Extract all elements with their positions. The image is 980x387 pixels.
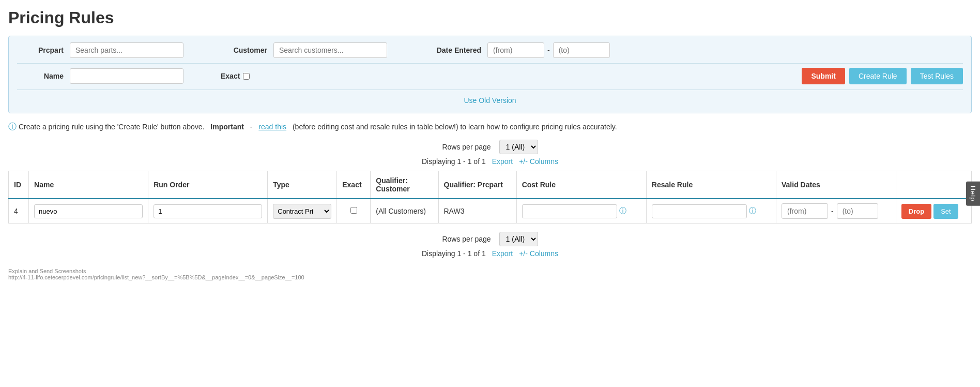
help-sidebar[interactable]: Help — [966, 182, 980, 206]
exact-label: Exact — [221, 72, 240, 80]
cell-qualifier-customer: (All Customers) — [371, 199, 438, 224]
table-header: ID Name Run Order Type Exact Qualifier:C… — [9, 171, 972, 199]
resale-rule-info-icon: ⓘ — [749, 206, 756, 216]
explain-link[interactable]: Explain and Send Screenshots — [8, 268, 972, 274]
cell-exact — [337, 199, 371, 224]
info-icon: ⓘ — [8, 122, 17, 132]
name-field[interactable] — [34, 204, 143, 218]
footer-url: http://4-11-lifo.cetecerpdevel.com/prici… — [8, 274, 972, 280]
footer: Explain and Send Screenshots http://4-11… — [8, 268, 972, 280]
table-row: 4 Contract Pri (All Customers) RAW3 ⓘ — [9, 199, 972, 224]
top-pagination-controls: Rows per page 1 (All) — [8, 140, 972, 154]
table-header-row: ID Name Run Order Type Exact Qualifier:C… — [9, 171, 972, 199]
action-buttons: Submit Create Rule Test Rules — [802, 68, 963, 84]
rows-per-page-select-bottom[interactable]: 1 (All) — [499, 232, 538, 246]
cell-resale-rule: ⓘ — [646, 199, 776, 224]
drop-button[interactable]: Drop — [901, 204, 931, 219]
pricing-rules-table: ID Name Run Order Type Exact Qualifier:C… — [8, 171, 972, 224]
col-header-resale-rule: Resale Rule — [646, 171, 776, 199]
col-header-actions — [896, 171, 971, 199]
cost-rule-field[interactable] — [522, 204, 617, 218]
info-before: Create a pricing rule using the 'Create … — [19, 123, 204, 131]
rows-per-page-label-top: Rows per page — [442, 143, 491, 151]
export-link-bottom[interactable]: Export — [492, 249, 513, 258]
display-count-top: Displaying 1 - 1 of 1 — [422, 157, 486, 166]
prcpart-label: Prcpart — [17, 46, 64, 54]
info-dash: - — [250, 123, 253, 131]
date-group: - — [487, 42, 610, 58]
row-exact-checkbox[interactable] — [350, 207, 357, 214]
col-header-name: Name — [29, 171, 148, 199]
columns-link-bottom[interactable]: +/- Columns — [519, 249, 558, 258]
prcpart-input[interactable] — [70, 42, 183, 58]
run-order-field[interactable] — [154, 204, 262, 218]
cell-type: Contract Pri — [268, 199, 337, 224]
filter-panel: Prcpart Customer Date Entered - Name Exa… — [8, 36, 972, 113]
filter-divider-1 — [17, 63, 963, 64]
col-header-exact: Exact — [337, 171, 371, 199]
type-select[interactable]: Contract Pri — [273, 204, 331, 219]
submit-button[interactable]: Submit — [802, 68, 845, 84]
exact-checkbox[interactable] — [243, 73, 250, 80]
cell-cost-rule: ⓘ — [516, 199, 646, 224]
columns-link-top[interactable]: +/- Columns — [519, 157, 558, 166]
cell-valid-dates: - — [776, 199, 896, 224]
filter-row-2: Name Exact Submit Create Rule Test Rules — [17, 68, 963, 84]
valid-to-field[interactable] — [837, 203, 878, 219]
test-rules-button[interactable]: Test Rules — [911, 68, 963, 84]
col-header-run-order: Run Order — [148, 171, 268, 199]
read-this-link[interactable]: read this — [258, 123, 286, 131]
valid-from-field[interactable] — [782, 203, 828, 219]
col-header-qualifier-customer: Qualifier:Customer — [371, 171, 438, 199]
info-bold: Important — [210, 123, 244, 131]
cost-rule-info-icon: ⓘ — [619, 206, 626, 216]
cell-actions: Drop Set — [896, 199, 971, 224]
cell-name — [29, 199, 148, 224]
date-from-input[interactable] — [487, 42, 544, 58]
date-to-input[interactable] — [553, 42, 610, 58]
col-header-id: ID — [9, 171, 29, 199]
date-separator: - — [547, 46, 550, 54]
cell-run-order — [148, 199, 268, 224]
bottom-pagination-controls: Rows per page 1 (All) — [8, 232, 972, 246]
export-link-top[interactable]: Export — [492, 157, 513, 166]
valid-date-separator: - — [831, 207, 834, 215]
bottom-display-row: Displaying 1 - 1 of 1 Export +/- Columns — [8, 249, 972, 258]
rows-per-page-select-top[interactable]: 1 (All) — [499, 140, 538, 154]
cell-id: 4 — [9, 199, 29, 224]
col-header-qualifier-prcpart: Qualifier: Prcpart — [438, 171, 516, 199]
table-body: 4 Contract Pri (All Customers) RAW3 ⓘ — [9, 199, 972, 224]
rows-per-page-label-bottom: Rows per page — [442, 235, 491, 243]
filter-row-1: Prcpart Customer Date Entered - — [17, 42, 963, 58]
set-button[interactable]: Set — [933, 204, 958, 219]
exact-group: Exact — [221, 72, 250, 80]
info-after: (before editing cost and resale rules in… — [293, 123, 617, 131]
date-entered-label: Date Entered — [424, 46, 481, 54]
info-banner: ⓘ Create a pricing rule using the 'Creat… — [8, 122, 972, 132]
resale-rule-field[interactable] — [652, 204, 747, 218]
display-count-bottom: Displaying 1 - 1 of 1 — [422, 249, 486, 258]
customer-input[interactable] — [273, 42, 387, 58]
cell-qualifier-prcpart: RAW3 — [438, 199, 516, 224]
name-input[interactable] — [70, 68, 183, 84]
col-header-cost-rule: Cost Rule — [516, 171, 646, 199]
row-action-buttons: Drop Set — [901, 204, 966, 219]
use-old-version-link[interactable]: Use Old Version — [17, 94, 963, 107]
create-rule-button[interactable]: Create Rule — [849, 68, 907, 84]
name-label: Name — [17, 72, 64, 80]
customer-label: Customer — [221, 46, 267, 54]
col-header-valid-dates: Valid Dates — [776, 171, 896, 199]
col-header-type: Type — [268, 171, 337, 199]
top-display-row: Displaying 1 - 1 of 1 Export +/- Columns — [8, 157, 972, 166]
page-title: Pricing Rules — [8, 8, 972, 27]
filter-divider-2 — [17, 90, 963, 90]
